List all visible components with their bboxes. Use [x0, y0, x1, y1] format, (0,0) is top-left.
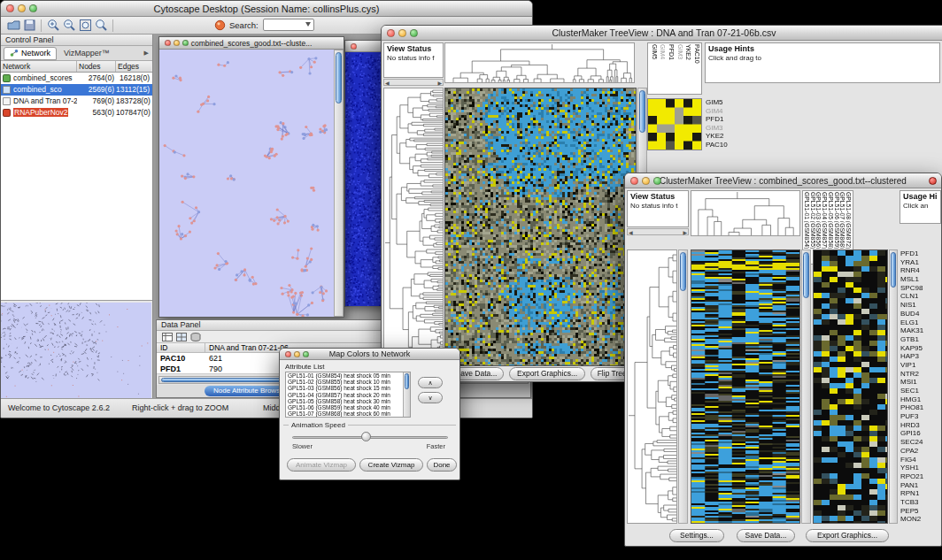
- treeview2-titlebar[interactable]: ClusterMaker TreeView : combined_scores_…: [625, 173, 941, 188]
- save-session-button[interactable]: [21, 18, 37, 33]
- scrollbar-thumb[interactable]: [336, 52, 342, 104]
- network-row[interactable]: combined_scores 2764(0) 16218(0): [1, 73, 152, 84]
- secondary-heatmap-canvas[interactable]: [814, 250, 887, 523]
- gene-label[interactable]: PFD1: [706, 115, 745, 124]
- minimize-button[interactable]: [294, 351, 300, 357]
- window-badge-icon[interactable]: [929, 177, 937, 185]
- column-header-id[interactable]: ID: [157, 343, 205, 352]
- gene-label[interactable]: MON2: [900, 515, 941, 524]
- close-button[interactable]: [165, 40, 171, 46]
- attribute-item[interactable]: GPL51-06 (GSM859) heat shock 40 min: [286, 404, 403, 410]
- attribute-item[interactable]: GPL51-05 (GSM858) heat shock 30 min: [286, 398, 403, 404]
- column-dendrogram-canvas[interactable]: [691, 191, 799, 235]
- gene-label[interactable]: SEC24: [900, 438, 941, 447]
- zoom-button[interactable]: [410, 29, 418, 37]
- export-graphics-button[interactable]: Export Graphics...: [509, 367, 585, 380]
- gene-label[interactable]: NTR2: [900, 370, 941, 379]
- gene-label[interactable]: PEP5: [900, 507, 941, 516]
- zoom-button[interactable]: [182, 40, 189, 46]
- column-header-nodes[interactable]: Nodes: [77, 61, 116, 72]
- zoom-in-button[interactable]: [45, 18, 61, 33]
- gene-label[interactable]: YSH1: [900, 464, 941, 472]
- minimize-button[interactable]: [174, 40, 180, 46]
- heatmap-canvas[interactable]: [691, 250, 799, 523]
- row-dendrogram-canvas[interactable]: [628, 250, 676, 523]
- mini-heatmap-canvas[interactable]: [648, 99, 701, 150]
- cylinder-icon[interactable]: [190, 333, 201, 341]
- open-session-button[interactable]: [5, 18, 21, 33]
- gene-label[interactable]: PFD1: [900, 249, 941, 258]
- gene-label[interactable]: GIM4: [706, 107, 745, 116]
- done-button[interactable]: Done: [427, 458, 457, 472]
- gene-label[interactable]: NIS1: [900, 301, 941, 310]
- close-button[interactable]: [6, 4, 14, 12]
- minimize-button[interactable]: [642, 177, 650, 185]
- network-view-titlebar[interactable]: combined_scores_good.txt--cluste...: [159, 37, 344, 50]
- treeview2-left-scrollbar[interactable]: [678, 249, 688, 524]
- move-up-button[interactable]: ∧: [418, 377, 443, 388]
- tab-network[interactable]: Network: [4, 47, 57, 60]
- gene-column-label[interactable]: GIM4: [658, 44, 667, 93]
- create-vizmap-button[interactable]: Create Vizmap: [359, 458, 423, 472]
- gene-column-label[interactable]: GIM5: [649, 44, 658, 93]
- scroll-left-icon[interactable]: ◀: [385, 80, 390, 86]
- gene-label[interactable]: HAP3: [900, 352, 941, 361]
- gene-label[interactable]: CPA2: [900, 447, 941, 456]
- search-dropdown-arrow-icon[interactable]: [305, 22, 311, 27]
- gene-label[interactable]: SEC1: [900, 387, 941, 395]
- gene-column-label[interactable]: PFD1: [666, 44, 675, 93]
- attribute-item[interactable]: GPL51-07 (GSM868) heat shock 60 min: [286, 410, 403, 417]
- gene-label[interactable]: PAC10: [706, 141, 745, 150]
- move-down-button[interactable]: ∨: [418, 392, 443, 403]
- scroll-right-icon[interactable]: ▶: [437, 80, 442, 86]
- column-header-edges[interactable]: Edges: [116, 61, 151, 72]
- treeview2-right-scrollbar[interactable]: [889, 249, 898, 524]
- network-graph-canvas[interactable]: [159, 50, 334, 317]
- scroll-left-icon[interactable]: ◀: [629, 229, 633, 235]
- animate-vizmap-button[interactable]: Animate Vizmap: [287, 458, 356, 472]
- gene-column-label[interactable]: YKE2: [683, 44, 692, 93]
- gene-label[interactable]: HMG1: [900, 395, 941, 404]
- attribute-item[interactable]: GPL51-01 (GSM854) heat shock 05 min: [286, 372, 403, 379]
- gene-label[interactable]: MAK31: [900, 326, 941, 335]
- zoom-button[interactable]: [303, 351, 309, 357]
- network-row-selected[interactable]: combined_sco 2569(6) 13112(15): [1, 84, 152, 96]
- save-data-button[interactable]: Save Data...: [737, 529, 795, 542]
- gene-label[interactable]: PUF3: [900, 412, 941, 421]
- row-dendrogram-canvas[interactable]: [384, 88, 443, 365]
- gene-label[interactable]: GIM3: [706, 124, 745, 133]
- attribute-item[interactable]: GPL51-03 (GSM856) heat shock 15 min: [286, 385, 403, 391]
- zoom-selected-button[interactable]: [93, 18, 109, 33]
- minimize-button[interactable]: [398, 29, 406, 37]
- attribute-list-scrollbar[interactable]: [403, 372, 410, 417]
- zoom-button[interactable]: [653, 177, 661, 185]
- close-button[interactable]: [387, 29, 395, 37]
- gene-label[interactable]: KAP95: [900, 344, 941, 353]
- treeview2-heatmap-scrollbar[interactable]: [801, 249, 811, 524]
- scrollbar-thumb[interactable]: [803, 252, 809, 298]
- heatmap-canvas[interactable]: [445, 88, 636, 365]
- close-button[interactable]: [351, 43, 357, 50]
- gene-label[interactable]: RPN1: [900, 489, 941, 498]
- gene-label[interactable]: VIP1: [900, 361, 941, 370]
- gene-label[interactable]: MSL1: [900, 275, 941, 284]
- attribute-item[interactable]: GPL51-04 (GSM857) heat shock 20 min: [286, 392, 403, 398]
- gene-label[interactable]: ELG1: [900, 318, 941, 327]
- tab-overflow-arrow-icon[interactable]: ▶: [144, 50, 149, 57]
- gene-label[interactable]: TCB3: [900, 498, 941, 507]
- gene-label[interactable]: GPI16: [900, 429, 941, 438]
- attribute-item[interactable]: GPL51-02 (GSM855) heat shock 10 min: [286, 379, 403, 385]
- gene-label[interactable]: FIG4: [900, 456, 941, 464]
- gene-label[interactable]: GTB1: [900, 335, 941, 344]
- gene-column-label[interactable]: PAC10: [691, 44, 700, 93]
- gene-label[interactable]: SPC98: [900, 284, 941, 293]
- zoom-fit-button[interactable]: [77, 18, 93, 33]
- gene-label[interactable]: HRD3: [900, 421, 941, 430]
- close-button[interactable]: [285, 351, 291, 357]
- grid-icon[interactable]: [176, 333, 187, 341]
- dialog-titlebar[interactable]: Map Colors to Network: [280, 349, 459, 360]
- slider-thumb[interactable]: [361, 432, 371, 441]
- minimize-button[interactable]: [18, 4, 26, 12]
- gene-label[interactable]: GIM5: [706, 98, 745, 107]
- zoom-out-button[interactable]: [61, 18, 77, 33]
